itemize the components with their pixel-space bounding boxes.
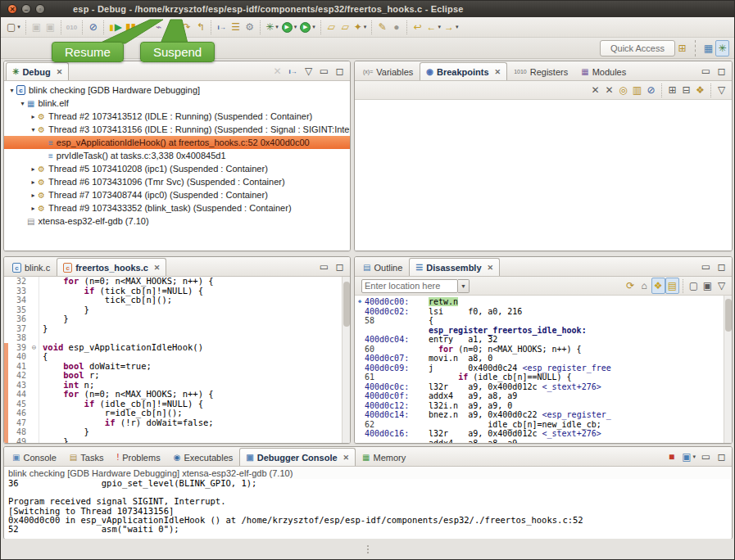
view-menu[interactable]: ▽ xyxy=(715,278,728,294)
top-right-tab-registers[interactable]: 1010Registers xyxy=(507,62,574,80)
disassembly-row[interactable]: 400d0c0c:l32r a9, 0x400d012c <_stext+276… xyxy=(355,382,732,392)
remove-all-terminated-button[interactable]: ✕ xyxy=(270,63,284,79)
debug-tab-debug[interactable]: ✳Debug✕ xyxy=(6,62,69,80)
maximize-button[interactable]: ◻ xyxy=(715,449,728,465)
disassembly-row[interactable]: 400d0c14:bnez.n a9, 0x400d0c22 <esp_regi… xyxy=(355,410,732,420)
disassembly-row[interactable]: addx4 a8, a8, a9 xyxy=(355,439,732,444)
debug-tree-item[interactable]: ≡prvIdleTask() at tasks.c:3,338 0x400845… xyxy=(4,149,350,162)
close-breakpoints-tab-icon[interactable]: ✕ xyxy=(495,68,501,76)
disassembly-scrollbar-thumb[interactable] xyxy=(725,299,732,332)
disassembly-row[interactable]: 60 for (n=0; n<MAX_HOOKS; n++) { xyxy=(355,345,732,355)
disassembly-row[interactable]: esp_register_freertos_idle_hook: xyxy=(355,326,732,336)
show-breakpoints-supported-button[interactable]: ◎ xyxy=(616,82,630,98)
top-right-tab-breakpoints[interactable]: ◉Breakpoints✕ xyxy=(420,62,507,80)
use-step-filters-button[interactable]: ⚙ xyxy=(243,19,256,35)
new-wizard-button[interactable]: ▢▾ xyxy=(5,19,22,35)
close-debugger-console-tab-icon[interactable]: ✕ xyxy=(343,454,350,462)
run-button[interactable]: ▶▾ xyxy=(280,19,299,35)
external-tools-button[interactable]: ▶▾ xyxy=(298,19,317,35)
skip-all-breakpoints-button[interactable]: ⊘ xyxy=(644,82,658,98)
cpp-perspective-button[interactable]: ▦ xyxy=(701,40,715,56)
editor-scrollbar-thumb[interactable] xyxy=(343,282,350,327)
tree-expander-icon[interactable]: ▸ xyxy=(29,113,38,120)
maximize-button[interactable]: ◻ xyxy=(715,63,728,79)
disassembly-row[interactable]: 400d0c07:movi.n a8, 0 xyxy=(355,354,732,364)
window-resize-handle[interactable] xyxy=(367,545,369,553)
debug-tree-item[interactable]: ▾⚙Thread #3 1073413156 (IDLE : Running) … xyxy=(4,123,350,136)
minimize-button[interactable]: ▭ xyxy=(317,259,331,275)
debug-tree-item-selected[interactable]: ≡esp_vApplicationIdleHook() at freertos_… xyxy=(4,136,350,149)
debug-perspective-button[interactable]: ✳ xyxy=(715,40,729,56)
close-freertos-hooks-c-tab-icon[interactable]: ✕ xyxy=(154,264,161,272)
debug-tree-item[interactable]: ▸⚙Thread #2 1073413512 (IDLE : Running) … xyxy=(4,110,350,123)
console-tab-debugger-console[interactable]: ▣Debugger Console✕ xyxy=(239,448,356,466)
display-selected-console-button[interactable]: ▣▾ xyxy=(680,449,697,465)
tree-expander-icon[interactable]: ▸ xyxy=(29,165,38,173)
disassembly-row[interactable]: ◆400d0c00:retw.n xyxy=(355,297,732,307)
collapse-all-button[interactable]: ⊟ xyxy=(679,82,693,98)
editor-tab-blink-c[interactable]: cblink.c xyxy=(6,258,57,276)
quick-access-box[interactable]: Quick Access xyxy=(600,40,675,56)
debug-button[interactable]: ✳▾ xyxy=(264,19,280,35)
window-minimize-button[interactable]: – xyxy=(21,4,31,14)
go-to-file-for-breakpoint-button[interactable]: ▥ xyxy=(630,82,644,98)
close-disassembly-tab-icon[interactable]: ✕ xyxy=(488,264,494,272)
top-right-tab-modules[interactable]: ▦Modules xyxy=(574,62,633,80)
sync-with-active-context-button[interactable]: ❖ xyxy=(651,278,665,294)
debug-tree-item[interactable]: ▸⚙Thread #9 1073433352 (blink_task) (Sus… xyxy=(4,201,350,215)
console-output[interactable]: 36 gpio_set_level(BLINK_GPIO, 1);Program… xyxy=(4,479,732,534)
search-button[interactable]: ✦▾ xyxy=(352,19,369,35)
disassembly-row[interactable]: 400d0c12:l32i.n a9, a9, 0 xyxy=(355,401,732,411)
back-history-button[interactable]: ←▾ xyxy=(424,19,442,35)
view-menu[interactable]: ▽ xyxy=(302,63,315,79)
mark-occurrences-button[interactable]: ✎ xyxy=(375,19,389,35)
console-tab-tasks[interactable]: ▤Tasks xyxy=(63,448,111,466)
go-to-current-address-button[interactable]: ⌂ xyxy=(637,278,651,294)
maximize-button[interactable]: ◻ xyxy=(333,63,347,79)
disassembly-row[interactable]: 400d0c09:j 0x400d0c24 <esp_register_free xyxy=(355,364,732,373)
disassembly-row[interactable]: 400d0c16:l32r a9, 0x400d012c <_stext+276… xyxy=(355,429,732,439)
debug-tree-item[interactable]: ▸⚙Thread #5 1073410208 (ipc1) (Suspended… xyxy=(4,162,350,175)
disassembly-row[interactable]: 58{ xyxy=(355,316,732,326)
close-debug-tab-icon[interactable]: ✕ xyxy=(57,68,63,76)
annotation-navigation-button[interactable]: ● xyxy=(389,19,403,35)
open-perspective-button[interactable]: ⊞ xyxy=(675,40,689,56)
outline-tab-outline[interactable]: ▤Outline xyxy=(356,258,409,276)
debug-tree-item[interactable]: ▸⚙Thread #7 1073408744 (ipc0) (Suspended… xyxy=(4,188,350,201)
disassembly-row[interactable]: 62 idle_cb[n]=new_idle_cb; xyxy=(355,420,732,430)
tree-expander-icon[interactable]: ▸ xyxy=(29,205,38,212)
disassembly-row[interactable]: 400d0c02:lsi f0, a0, 216 xyxy=(355,307,732,317)
minimize-button[interactable]: ▭ xyxy=(699,63,713,79)
maximize-button[interactable]: ◻ xyxy=(333,259,347,275)
editor-tab-freertos-hooks-c[interactable]: cfreertos_hooks.c✕ xyxy=(57,258,166,276)
tree-expander-icon[interactable]: ▸ xyxy=(29,178,38,186)
maximize-button[interactable]: ◻ xyxy=(715,259,728,275)
tree-expander-icon[interactable]: ▸ xyxy=(29,192,38,199)
window-maximize-button[interactable]: ▫ xyxy=(35,4,45,14)
view-menu[interactable]: ▽ xyxy=(715,82,728,98)
tree-expander-icon[interactable]: ▾ xyxy=(18,100,27,107)
show-execution-point-button[interactable]: ☰ xyxy=(229,19,243,35)
disassembly-row[interactable]: 61 if (idle_cb[n]==NULL) { xyxy=(355,373,732,382)
show-source-button[interactable]: ▤ xyxy=(665,278,679,294)
pin-view-button[interactable]: ▣ xyxy=(701,278,715,294)
last-edit-location-button[interactable]: ↩ xyxy=(411,19,424,35)
console-tab-console[interactable]: ▣Console xyxy=(6,448,63,466)
outline-tab-disassembly[interactable]: ☰Disassembly✕ xyxy=(409,258,500,276)
instruction-stepping-mode-button[interactable]: i→ xyxy=(286,63,300,79)
minimize-button[interactable]: ▭ xyxy=(699,259,713,275)
console-tab-executables[interactable]: ◉Executables xyxy=(167,448,240,466)
debug-tree-item[interactable]: ▾▦blink.elf xyxy=(4,97,350,110)
refresh-disassembly-button[interactable]: ⟳ xyxy=(624,278,637,294)
forward-history-button[interactable]: →▾ xyxy=(442,19,461,35)
terminate-console-button[interactable]: ■ xyxy=(665,449,678,465)
code-editor[interactable]: 32 for (n=0; n<MAX_HOOKS; n++) {33 if (t… xyxy=(4,277,350,443)
console-tab-memory[interactable]: ▦Memory xyxy=(356,448,412,466)
group-breakpoints-button[interactable]: ❖ xyxy=(693,82,707,98)
debug-tree-item[interactable]: ▸⚙Thread #6 1073431096 (Tmr Svc) (Suspen… xyxy=(4,175,350,188)
location-dropdown-button[interactable]: ▼ xyxy=(458,279,470,293)
disassembly-row[interactable]: 400d0c04:entry a1, 32 xyxy=(355,335,732,345)
disassembly-location-input[interactable]: Enter location here xyxy=(361,279,458,293)
expand-all-button[interactable]: ⊞ xyxy=(665,82,679,98)
remove-all-breakpoints-button[interactable]: ✕ xyxy=(602,82,616,98)
